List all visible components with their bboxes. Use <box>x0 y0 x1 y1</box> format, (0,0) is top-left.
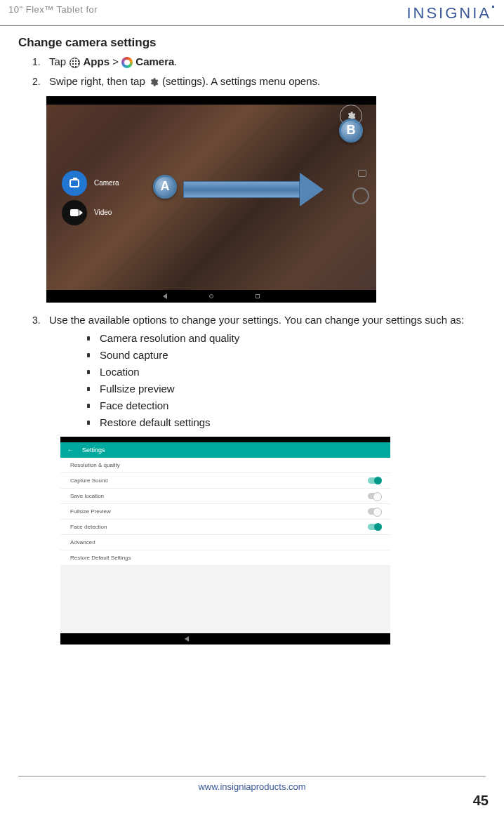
back-icon <box>163 293 167 299</box>
setting-row-resolution: Resolution & quality <box>60 458 390 473</box>
swipe-arrow <box>183 177 324 202</box>
setting-label: Fullsize Preview <box>70 508 111 515</box>
setting-row-advanced: Advanced <box>60 535 390 550</box>
apps-label: Apps <box>84 55 110 67</box>
setting-row-save-location: Save location <box>60 489 390 504</box>
footer-divider <box>18 776 486 776</box>
setting-row-capture-sound: Capture Sound <box>60 473 390 489</box>
setting-row-restore: Restore Default Settings <box>60 550 390 566</box>
camera-mode-row: Camera <box>62 171 119 196</box>
option-item: Face detection <box>87 397 486 414</box>
android-statusbar <box>60 437 390 442</box>
step-number: 2. <box>32 74 41 88</box>
brand-logo: INSIGNIA <box>406 4 491 22</box>
android-navbar <box>46 290 376 303</box>
steps-list-2: 3. Use the available options to change y… <box>18 312 486 432</box>
step-text: Swipe right, then tap <box>49 75 148 87</box>
settings-screenshot: ← Settings Resolution & quality Capture … <box>60 437 390 645</box>
page-number: 45 <box>473 793 489 809</box>
shutter-icon <box>352 187 369 204</box>
video-mode-label: Video <box>94 209 112 216</box>
video-mode-icon <box>62 200 87 225</box>
camera-flip-icon <box>358 170 366 177</box>
callout-b: B <box>339 119 363 143</box>
step-text: Use the available options to change your… <box>49 314 464 326</box>
setting-label: Face detection <box>70 524 107 530</box>
recents-icon <box>256 294 260 298</box>
gear-icon <box>148 77 159 88</box>
steps-list: 1. Tap Apps > Camera. 2. Swipe right, th… <box>18 54 486 89</box>
video-mode-row: Video <box>62 200 119 225</box>
toggle-icon <box>368 508 380 515</box>
photo-mode-icon <box>62 171 87 196</box>
setting-label: Resolution & quality <box>70 462 120 468</box>
setting-label: Restore Default Settings <box>70 555 131 561</box>
step-text: (settings). A settings menu opens. <box>162 75 320 87</box>
option-item: Location <box>87 364 486 381</box>
home-icon <box>209 294 213 298</box>
toggle-icon <box>368 477 380 484</box>
camera-app-icon <box>121 57 133 68</box>
camera-mode-label: Camera <box>94 179 119 187</box>
setting-label: Save location <box>70 493 104 499</box>
back-icon <box>185 636 189 642</box>
back-arrow-icon: ← <box>67 447 74 454</box>
step-number: 1. <box>32 55 41 69</box>
camera-label: Camera <box>135 55 174 67</box>
step-2: 2. Swipe right, then tap (settings). A s… <box>34 74 486 89</box>
header-product-name: 10" Flex™ Tablet for <box>8 4 98 15</box>
step-number: 3. <box>32 313 41 327</box>
option-item: Sound capture <box>87 347 486 364</box>
page-header: 10" Flex™ Tablet for INSIGNIA <box>0 0 504 26</box>
setting-row-fullsize: Fullsize Preview <box>60 504 390 520</box>
step-1: 1. Tap Apps > Camera. <box>34 54 486 70</box>
option-item: Restore default settings <box>87 414 486 431</box>
step-text: Tap <box>49 55 69 67</box>
setting-label: Advanced <box>70 539 95 546</box>
android-navbar <box>60 633 390 645</box>
callout-a: A <box>153 175 177 199</box>
footer-url: www.insigniaproducts.com <box>0 781 504 792</box>
setting-label: Capture Sound <box>70 477 108 484</box>
option-item: Fullsize preview <box>87 381 486 397</box>
period: . <box>174 55 177 67</box>
toggle-icon <box>368 493 380 499</box>
settings-title: Settings <box>82 447 105 454</box>
section-heading: Change camera settings <box>18 36 486 50</box>
camera-screenshot: Camera Video A B <box>46 96 376 303</box>
page-content: Change camera settings 1. Tap Apps > Cam… <box>0 26 504 645</box>
setting-row-face-detection: Face detection <box>60 520 390 535</box>
option-item: Camera resolution and quality <box>87 330 486 347</box>
options-list: Camera resolution and quality Sound capt… <box>49 330 486 431</box>
android-statusbar <box>46 96 376 105</box>
camera-mode-menu: Camera Video <box>62 171 119 230</box>
toggle-icon <box>368 524 380 530</box>
separator: > <box>112 55 121 67</box>
step-3: 3. Use the available options to change y… <box>34 312 486 432</box>
settings-appbar: ← Settings <box>60 442 390 458</box>
apps-icon <box>69 57 80 68</box>
